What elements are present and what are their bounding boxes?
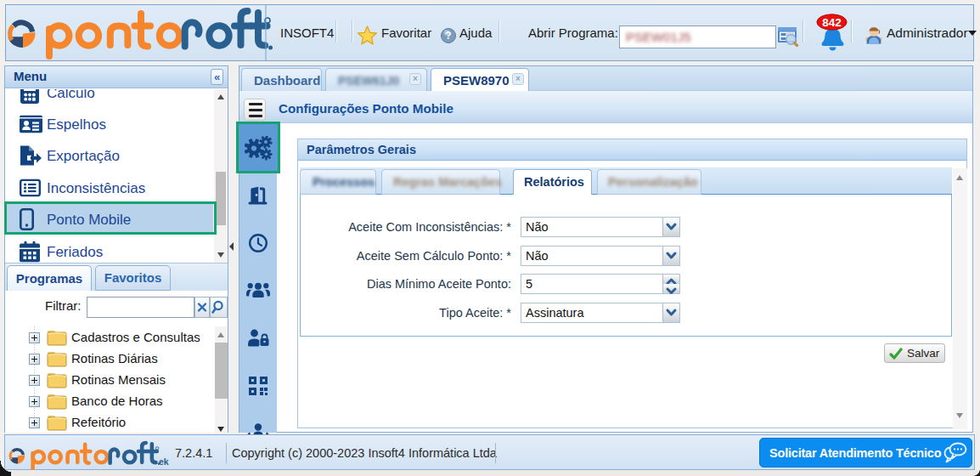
svg-text:ek: ek: [159, 456, 169, 467]
svg-text:?: ?: [445, 30, 451, 42]
svg-text:842: 842: [822, 16, 842, 29]
